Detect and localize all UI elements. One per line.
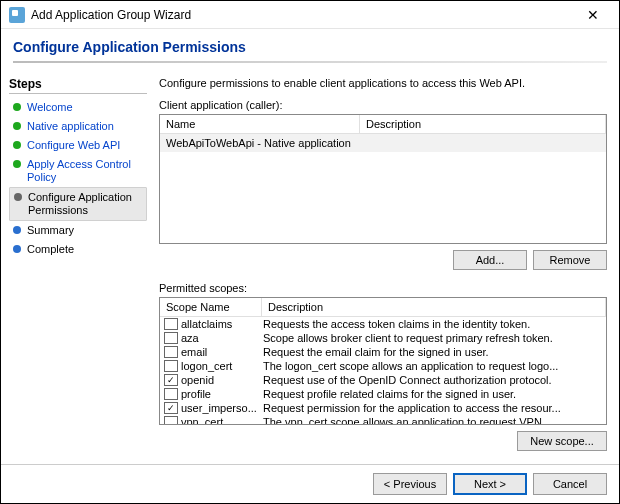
scope-checkbox[interactable]: ✓ <box>164 374 178 386</box>
scope-name: logon_cert <box>181 360 263 372</box>
scope-col-name[interactable]: Scope Name <box>160 298 262 316</box>
scope-description: Scope allows broker client to request pr… <box>263 332 606 344</box>
scope-description: Request the email claim for the signed i… <box>263 346 606 358</box>
step-bullet-icon <box>14 193 22 201</box>
scope-checkbox[interactable]: ✓ <box>164 402 178 414</box>
scope-description: Request permission for the application t… <box>263 402 606 414</box>
scope-checkbox[interactable] <box>164 388 178 400</box>
remove-button[interactable]: Remove <box>533 250 607 270</box>
scope-row[interactable]: vpn_certThe vpn_cert scope allows an app… <box>160 415 606 424</box>
scope-row[interactable]: ✓user_imperso...Request permission for t… <box>160 401 606 415</box>
scope-name: allatclaims <box>181 318 263 330</box>
scope-columns: Scope Name Description <box>160 298 606 317</box>
scope-checkbox[interactable] <box>164 360 178 372</box>
scope-row[interactable]: azaScope allows broker client to request… <box>160 331 606 345</box>
step-label: Summary <box>27 224 74 237</box>
scopes-list[interactable]: Scope Name Description allatclaimsReques… <box>159 297 607 425</box>
close-icon[interactable]: ✕ <box>575 7 611 23</box>
client-row-name: WebApiToWebApi - Native application <box>160 134 360 152</box>
scope-description: The logon_cert scope allows an applicati… <box>263 360 606 372</box>
app-icon <box>9 7 25 23</box>
client-row-description <box>360 134 372 152</box>
step-label: Configure Application Permissions <box>28 191 142 217</box>
step-label: Configure Web API <box>27 139 120 152</box>
step-bullet-icon <box>13 103 21 111</box>
step-label: Apply Access Control Policy <box>27 158 143 184</box>
add-button[interactable]: Add... <box>453 250 527 270</box>
scope-checkbox[interactable] <box>164 346 178 358</box>
step-bullet-icon <box>13 122 21 130</box>
scope-description: The vpn_cert scope allows an application… <box>263 416 606 424</box>
window-title: Add Application Group Wizard <box>31 8 575 22</box>
steps-sidebar: Steps WelcomeNative applicationConfigure… <box>1 71 151 464</box>
main-panel: Configure permissions to enable client a… <box>151 71 619 464</box>
step-complete: Complete <box>9 240 147 259</box>
client-app-list[interactable]: Name Description WebApiToWebApi - Native… <box>159 114 607 244</box>
steps-heading: Steps <box>9 77 147 91</box>
scope-name: vpn_cert <box>181 416 263 424</box>
page-header: Configure Application Permissions <box>1 29 619 71</box>
scope-row[interactable]: logon_certThe logon_cert scope allows an… <box>160 359 606 373</box>
scope-description: Request profile related claims for the s… <box>263 388 606 400</box>
scope-col-description[interactable]: Description <box>262 298 606 316</box>
page-title: Configure Application Permissions <box>13 39 607 55</box>
step-label: Native application <box>27 120 114 133</box>
step-bullet-icon <box>13 141 21 149</box>
scope-row[interactable]: allatclaimsRequests the access token cla… <box>160 317 606 331</box>
step-bullet-icon <box>13 245 21 253</box>
wizard-footer: < Previous Next > Cancel <box>1 464 619 503</box>
scope-checkbox[interactable] <box>164 416 178 424</box>
step-native-application[interactable]: Native application <box>9 117 147 136</box>
step-label: Complete <box>27 243 74 256</box>
scope-checkbox[interactable] <box>164 318 178 330</box>
scope-name: profile <box>181 388 263 400</box>
permitted-scopes-label: Permitted scopes: <box>159 282 607 294</box>
scope-description: Request use of the OpenID Connect author… <box>263 374 606 386</box>
client-row[interactable]: WebApiToWebApi - Native application <box>160 134 606 152</box>
steps-rule <box>9 93 147 94</box>
previous-button[interactable]: < Previous <box>373 473 447 495</box>
step-summary: Summary <box>9 221 147 240</box>
client-columns: Name Description <box>160 115 606 134</box>
cancel-button[interactable]: Cancel <box>533 473 607 495</box>
scope-name: user_imperso... <box>181 402 263 414</box>
step-bullet-icon <box>13 160 21 168</box>
client-col-name[interactable]: Name <box>160 115 360 133</box>
step-configure-application-permissions: Configure Application Permissions <box>9 187 147 221</box>
step-configure-web-api[interactable]: Configure Web API <box>9 136 147 155</box>
scope-name: aza <box>181 332 263 344</box>
step-label: Welcome <box>27 101 73 114</box>
scope-row[interactable]: emailRequest the email claim for the sig… <box>160 345 606 359</box>
scope-row[interactable]: profileRequest profile related claims fo… <box>160 387 606 401</box>
next-button[interactable]: Next > <box>453 473 527 495</box>
scope-description: Requests the access token claims in the … <box>263 318 606 330</box>
step-apply-access-control-policy[interactable]: Apply Access Control Policy <box>9 155 147 187</box>
scope-name: openid <box>181 374 263 386</box>
scope-name: email <box>181 346 263 358</box>
description-text: Configure permissions to enable client a… <box>159 77 607 89</box>
header-rule <box>13 61 607 63</box>
titlebar: Add Application Group Wizard ✕ <box>1 1 619 29</box>
wizard-window: Add Application Group Wizard ✕ Configure… <box>0 0 620 504</box>
scope-row[interactable]: ✓openidRequest use of the OpenID Connect… <box>160 373 606 387</box>
scope-checkbox[interactable] <box>164 332 178 344</box>
client-col-description[interactable]: Description <box>360 115 606 133</box>
client-app-label: Client application (caller): <box>159 99 607 111</box>
step-welcome[interactable]: Welcome <box>9 98 147 117</box>
new-scope-button[interactable]: New scope... <box>517 431 607 451</box>
step-bullet-icon <box>13 226 21 234</box>
